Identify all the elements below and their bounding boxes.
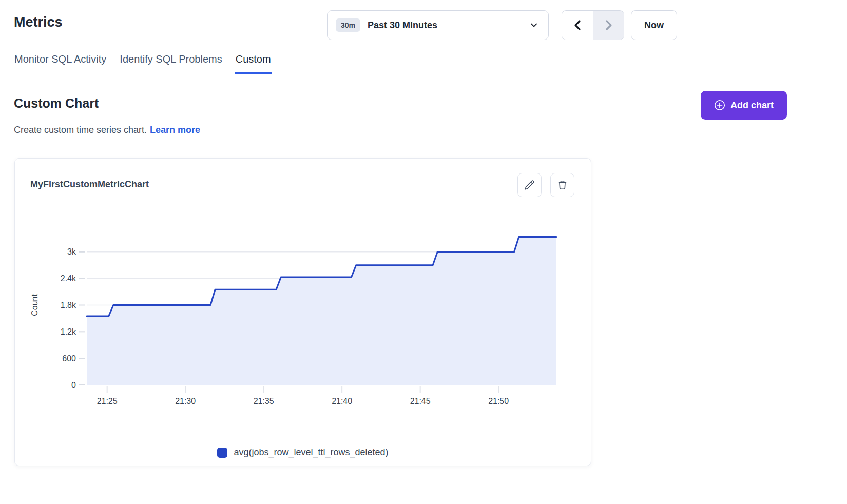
subtitle-text: Create custom time series chart. xyxy=(14,125,147,135)
prev-time-button[interactable] xyxy=(562,11,593,40)
section-subtitle: Create custom time series chart.Learn mo… xyxy=(14,125,200,135)
chart-plot-area[interactable]: 06001.2k1.8k2.4k3k21:2521:3021:3521:4021… xyxy=(29,201,578,416)
svg-text:3k: 3k xyxy=(67,247,76,256)
now-button[interactable]: Now xyxy=(631,10,677,40)
time-range-dropdown[interactable]: 30m Past 30 Minutes xyxy=(327,10,549,40)
chevron-right-icon xyxy=(604,20,613,31)
next-time-button[interactable] xyxy=(593,11,624,40)
add-chart-label: Add chart xyxy=(730,100,774,111)
legend-swatch xyxy=(217,448,227,458)
pencil-icon xyxy=(524,180,535,190)
chevron-left-icon xyxy=(573,20,582,31)
delete-chart-button[interactable] xyxy=(550,173,574,197)
tab-bar: Monitor SQL Activity Identify SQL Proble… xyxy=(14,52,833,74)
svg-text:21:50: 21:50 xyxy=(488,397,509,405)
tab-monitor-sql-activity[interactable]: Monitor SQL Activity xyxy=(14,52,107,74)
time-pager xyxy=(562,10,624,40)
svg-text:21:35: 21:35 xyxy=(254,397,274,405)
time-range-label: Past 30 Minutes xyxy=(368,20,523,31)
chevron-down-icon xyxy=(530,21,538,29)
edit-chart-button[interactable] xyxy=(517,173,542,197)
tab-identify-sql-problems[interactable]: Identify SQL Problems xyxy=(119,52,222,74)
svg-text:21:45: 21:45 xyxy=(410,397,431,405)
svg-text:21:40: 21:40 xyxy=(332,397,352,405)
svg-text:600: 600 xyxy=(62,354,76,363)
svg-text:0: 0 xyxy=(71,381,76,390)
page-title: Metrics xyxy=(14,14,63,30)
add-chart-button[interactable]: Add chart xyxy=(701,91,787,120)
svg-text:Count: Count xyxy=(30,294,39,316)
legend-label: avg(jobs_row_level_ttl_rows_deleted) xyxy=(234,447,388,458)
custom-chart-card: MyFirstCustomMetricChart 06001.2k1.8k2.4… xyxy=(14,158,591,466)
time-range-badge: 30m xyxy=(336,18,360,32)
trash-icon xyxy=(557,180,568,190)
custom-chart-svg: 06001.2k1.8k2.4k3k21:2521:3021:3521:4021… xyxy=(29,201,578,416)
time-controls: 30m Past 30 Minutes Now xyxy=(327,10,677,40)
tab-custom[interactable]: Custom xyxy=(235,52,272,74)
svg-text:1.2k: 1.2k xyxy=(61,327,76,336)
chart-legend: avg(jobs_row_level_ttl_rows_deleted) xyxy=(15,447,591,458)
learn-more-link[interactable]: Learn more xyxy=(150,125,200,135)
svg-text:21:30: 21:30 xyxy=(175,397,196,405)
legend-divider xyxy=(30,436,575,436)
plus-circle-icon xyxy=(714,100,725,111)
svg-text:2.4k: 2.4k xyxy=(61,274,76,283)
chart-title: MyFirstCustomMetricChart xyxy=(30,179,149,190)
section-title: Custom Chart xyxy=(14,96,99,111)
svg-text:21:25: 21:25 xyxy=(97,397,118,405)
svg-text:1.8k: 1.8k xyxy=(61,301,76,309)
chart-actions xyxy=(517,173,574,197)
metrics-page: Metrics 30m Past 30 Minutes Now Monitor xyxy=(0,0,847,504)
